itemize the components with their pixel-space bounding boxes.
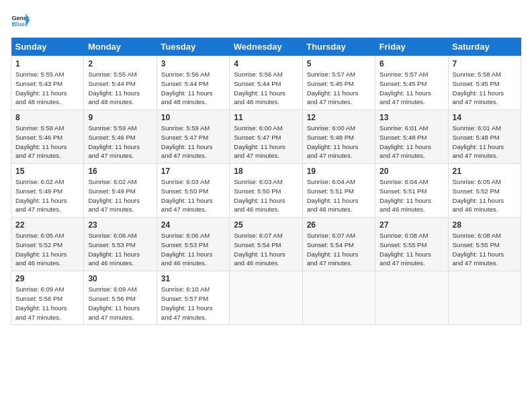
calendar-cell: 27Sunrise: 6:08 AMSunset: 5:55 PMDayligh… <box>375 218 448 271</box>
day-content-line: Sunrise: 6:07 AM <box>307 231 371 240</box>
calendar-cell <box>375 271 448 325</box>
day-number: 25 <box>234 220 298 230</box>
day-number: 26 <box>307 220 371 230</box>
day-content-line: Sunrise: 6:00 AM <box>234 124 298 133</box>
day-content-line: Sunrise: 6:09 AM <box>88 285 152 294</box>
day-content-line: Sunset: 5:47 PM <box>161 133 225 142</box>
day-content-line: Sunrise: 6:07 AM <box>234 231 298 240</box>
day-number: 23 <box>88 220 152 230</box>
day-content-line: and 47 minutes. <box>453 259 517 268</box>
day-content-line: Sunset: 5:48 PM <box>307 133 371 142</box>
day-content-line: Daylight: 11 hours <box>88 196 152 205</box>
day-content-line: Sunrise: 5:55 AM <box>15 70 79 79</box>
day-content-line: Sunset: 5:45 PM <box>453 79 517 89</box>
day-content-line: and 47 minutes. <box>307 259 371 268</box>
calendar-cell: 6Sunrise: 5:57 AMSunset: 5:45 PMDaylight… <box>375 56 448 110</box>
day-content-line: Sunset: 5:48 PM <box>453 133 517 142</box>
day-content-line: Sunrise: 6:03 AM <box>161 177 225 187</box>
day-content-line: Daylight: 11 hours <box>307 142 371 152</box>
calendar-cell: 18Sunrise: 6:03 AMSunset: 5:50 PMDayligh… <box>230 164 302 218</box>
day-content-line: Daylight: 11 hours <box>161 304 225 313</box>
day-content-line: Sunset: 5:52 PM <box>15 240 79 250</box>
day-content-line: and 48 minutes. <box>15 97 79 107</box>
day-content-line: and 48 minutes. <box>88 97 152 107</box>
week-row-1: 1Sunrise: 5:55 AMSunset: 5:43 PMDaylight… <box>11 56 521 110</box>
day-content-line: Daylight: 11 hours <box>161 196 225 205</box>
calendar-cell: 30Sunrise: 6:09 AMSunset: 5:56 PMDayligh… <box>84 271 157 325</box>
day-content-line: Sunset: 5:56 PM <box>15 294 79 304</box>
day-content-line: Sunrise: 6:10 AM <box>161 285 225 294</box>
day-content-line: Sunset: 5:54 PM <box>234 240 298 250</box>
week-row-3: 15Sunrise: 6:02 AMSunset: 5:49 PMDayligh… <box>11 164 521 218</box>
day-content-line: Sunset: 5:47 PM <box>234 133 298 142</box>
day-number: 19 <box>307 167 371 176</box>
day-content-line: Sunrise: 6:05 AM <box>453 177 517 187</box>
calendar-cell: 11Sunrise: 6:00 AMSunset: 5:47 PMDayligh… <box>230 110 302 164</box>
calendar-cell: 24Sunrise: 6:06 AMSunset: 5:53 PMDayligh… <box>157 218 229 271</box>
day-content-line: and 47 minutes. <box>161 151 225 161</box>
day-content-line: Sunset: 5:46 PM <box>88 133 152 142</box>
header-cell-tuesday: Tuesday <box>157 38 229 56</box>
day-number: 5 <box>307 59 371 68</box>
day-content-line: Sunrise: 5:58 AM <box>15 124 79 133</box>
day-number: 30 <box>88 274 152 283</box>
day-content-line: Daylight: 11 hours <box>453 196 517 205</box>
day-content-line: Sunrise: 5:56 AM <box>234 70 298 79</box>
day-content-line: Sunrise: 6:02 AM <box>88 177 152 187</box>
day-content-line: Sunset: 5:55 PM <box>380 240 443 250</box>
day-content-line: Daylight: 11 hours <box>307 89 371 98</box>
day-content-line: Sunrise: 6:03 AM <box>234 177 298 187</box>
day-content-line: and 47 minutes. <box>15 313 79 322</box>
calendar-cell: 3Sunrise: 5:56 AMSunset: 5:44 PMDaylight… <box>157 56 229 110</box>
calendar-cell: 5Sunrise: 5:57 AMSunset: 5:45 PMDaylight… <box>302 56 375 110</box>
logo-icon: General Blue <box>11 11 30 30</box>
day-content-line: Daylight: 11 hours <box>380 89 443 98</box>
day-content-line: Sunset: 5:53 PM <box>161 240 225 250</box>
day-content-line: Sunset: 5:57 PM <box>161 294 225 304</box>
day-content-line: and 46 minutes. <box>380 205 443 214</box>
calendar-cell: 10Sunrise: 5:59 AMSunset: 5:47 PMDayligh… <box>157 110 229 164</box>
day-content-line: and 47 minutes. <box>161 313 225 322</box>
day-number: 29 <box>15 274 79 283</box>
day-number: 20 <box>380 167 443 176</box>
calendar-cell: 12Sunrise: 6:00 AMSunset: 5:48 PMDayligh… <box>302 110 375 164</box>
header-cell-friday: Friday <box>375 38 448 56</box>
day-content-line: Sunset: 5:51 PM <box>307 187 371 196</box>
day-content-line: Sunrise: 6:00 AM <box>307 124 371 133</box>
day-content-line: and 47 minutes. <box>15 205 79 214</box>
day-content-line: Sunset: 5:55 PM <box>453 240 517 250</box>
calendar-cell: 7Sunrise: 5:58 AMSunset: 5:45 PMDaylight… <box>448 56 521 110</box>
day-content-line: Sunset: 5:44 PM <box>161 79 225 89</box>
day-content-line: Sunset: 5:49 PM <box>15 187 79 196</box>
day-content-line: Sunrise: 6:08 AM <box>453 231 517 240</box>
day-content-line: Sunset: 5:54 PM <box>307 240 371 250</box>
day-content-line: Sunrise: 5:56 AM <box>161 70 225 79</box>
calendar-cell: 22Sunrise: 6:05 AMSunset: 5:52 PMDayligh… <box>11 218 84 271</box>
day-content-line: and 48 minutes. <box>234 97 298 107</box>
calendar-cell: 15Sunrise: 6:02 AMSunset: 5:49 PMDayligh… <box>11 164 84 218</box>
day-number: 8 <box>15 113 79 122</box>
calendar-cell: 4Sunrise: 5:56 AMSunset: 5:44 PMDaylight… <box>230 56 302 110</box>
day-number: 6 <box>380 59 443 68</box>
day-number: 1 <box>15 59 79 68</box>
day-content-line: Daylight: 11 hours <box>234 196 298 205</box>
day-content-line: Daylight: 11 hours <box>234 142 298 152</box>
day-content-line: Daylight: 11 hours <box>15 250 79 259</box>
day-number: 28 <box>453 220 517 230</box>
day-content-line: Sunrise: 6:04 AM <box>380 177 443 187</box>
day-content-line: and 47 minutes. <box>307 151 371 161</box>
calendar-cell: 8Sunrise: 5:58 AMSunset: 5:46 PMDaylight… <box>11 110 84 164</box>
header-cell-saturday: Saturday <box>448 38 521 56</box>
day-content-line: Sunset: 5:45 PM <box>307 79 371 89</box>
calendar-cell: 16Sunrise: 6:02 AMSunset: 5:49 PMDayligh… <box>84 164 157 218</box>
day-content-line: Daylight: 11 hours <box>88 250 152 259</box>
day-content-line: and 46 minutes. <box>234 259 298 268</box>
day-content-line: Daylight: 11 hours <box>453 142 517 152</box>
day-content-line: Daylight: 11 hours <box>15 304 79 313</box>
day-content-line: Daylight: 11 hours <box>380 142 443 152</box>
day-content-line: Sunrise: 6:06 AM <box>88 231 152 240</box>
day-content-line: Sunrise: 6:01 AM <box>453 124 517 133</box>
day-number: 12 <box>307 113 371 122</box>
day-content-line: Sunrise: 6:09 AM <box>15 285 79 294</box>
day-content-line: Sunset: 5:44 PM <box>234 79 298 89</box>
